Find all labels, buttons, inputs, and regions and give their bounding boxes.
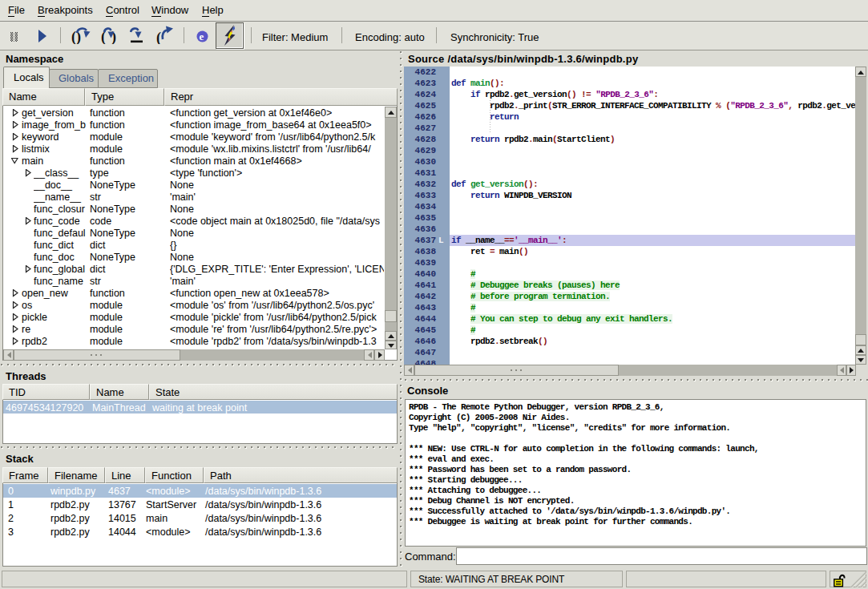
svg-text:(): () <box>71 29 81 44</box>
svg-text:): ) <box>111 29 116 44</box>
svg-text:(: ( <box>156 30 161 44</box>
svg-text:e: e <box>200 30 204 42</box>
